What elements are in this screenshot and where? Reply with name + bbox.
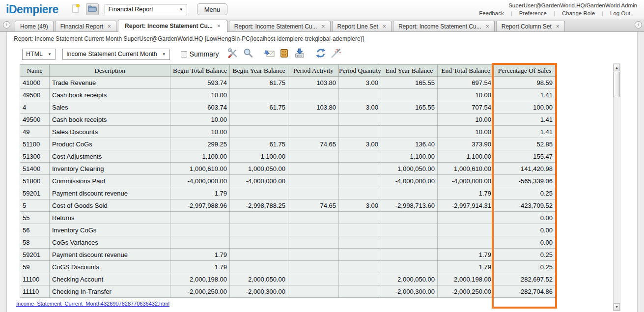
export-icon — [294, 48, 305, 60]
west-collapsed-panel[interactable] — [0, 32, 7, 312]
cell-value: 10.00 — [438, 89, 494, 101]
tab-financial-report[interactable]: Financial Report× — [55, 21, 116, 31]
scrollbar-thumb[interactable] — [614, 72, 620, 97]
collapse-east-panel-button[interactable]: ‹ — [635, 21, 642, 28]
cell-value: 0.25 — [494, 187, 556, 199]
cell-value: 373.90 — [438, 138, 494, 150]
table-row[interactable]: 51800Commissions Paid-4,000,000.00-4,000… — [20, 175, 556, 187]
tab-report-income-statement-cu[interactable]: Report: Income Statement Cu...× — [118, 20, 227, 32]
table-row[interactable]: 51100Product CoGs299.2561.7574.653.00136… — [20, 138, 556, 150]
expand-west-panel-button[interactable]: › — [3, 21, 10, 28]
send-mail-button[interactable] — [263, 48, 275, 60]
tab-report-income-statement-cu[interactable]: Report: Income Statement Cu...× — [393, 21, 495, 31]
column-header: Begin Year Balance — [230, 65, 288, 77]
feedback-link[interactable]: Feedback — [472, 10, 511, 16]
table-row[interactable]: 49Sales Discounts10.0010.001.41 — [20, 126, 556, 138]
change-role-link[interactable]: Change Role — [555, 10, 602, 16]
table-row[interactable]: 59201Payment discount revenue1.791.790.2… — [20, 187, 556, 199]
cell-value: 3.00 — [339, 101, 381, 113]
archive-button[interactable] — [279, 48, 290, 60]
customize-button[interactable] — [227, 48, 239, 60]
cell-description: Commissions Paid — [50, 175, 170, 187]
cell-value: 2,000,198.00 — [170, 273, 230, 285]
tab-close-icon[interactable]: × — [383, 23, 386, 30]
vertical-scrollbar[interactable]: ▲ ▼ — [613, 63, 620, 311]
column-header: End Year Balance — [381, 65, 438, 77]
cell-value — [288, 126, 339, 138]
cell-value — [288, 150, 339, 163]
tab-bar: › Home (49)Financial Report×Report: Inco… — [0, 19, 644, 32]
export-button[interactable] — [294, 48, 306, 60]
tab-strip: Home (49)Financial Report×Report: Income… — [15, 19, 634, 31]
table-row[interactable]: 11110Checking In-Transfer-2,000,250.00-2… — [20, 285, 556, 298]
cell-value: 1,000,050.00 — [381, 163, 438, 175]
cell-name: 11110 — [20, 285, 50, 298]
cell-value: 1.41 — [494, 113, 556, 126]
new-record-button[interactable] — [69, 3, 82, 15]
table-row[interactable]: 5Cost of Goods Sold-2,997,988.96-2,998,7… — [20, 199, 556, 212]
cell-value: -423,709.52 — [494, 199, 556, 212]
column-header: Description — [50, 65, 170, 77]
format-select[interactable]: HTML ▼ — [22, 49, 56, 60]
send-mail-icon — [263, 49, 275, 60]
cell-value: 299.25 — [170, 138, 230, 150]
tab-close-icon[interactable]: × — [556, 23, 560, 30]
cell-value: 165.55 — [381, 77, 438, 89]
report-table-body: 41000Trade Revenue593.7461.75103.803.001… — [20, 77, 556, 298]
cell-value: 136.40 — [381, 138, 438, 150]
table-row[interactable]: 58CoGs Variances0.00 — [20, 236, 556, 249]
report-table: NameDescriptionBegin Total BalanceBegin … — [20, 64, 556, 298]
table-row[interactable]: 11100Checking Account2,000,198.002,000,0… — [20, 273, 556, 285]
cell-value: 1.79 — [438, 249, 494, 261]
tab-report-line-set[interactable]: Report Line Set× — [332, 21, 392, 31]
cell-value: 10.00 — [438, 113, 494, 126]
east-collapsed-panel[interactable] — [637, 32, 644, 312]
cell-value: 1,000,610.00 — [170, 163, 230, 175]
cell-description: CoGS Discounts — [50, 261, 170, 273]
cell-value — [288, 113, 339, 126]
cell-name: 49500 — [20, 113, 50, 126]
report-wizard-button[interactable] — [330, 48, 342, 60]
cell-value — [381, 212, 438, 224]
cell-name: 59201 — [20, 249, 50, 261]
report-file-link[interactable]: Income_Statement_Current_Month4326907828… — [16, 301, 169, 307]
tab-close-icon[interactable]: × — [217, 23, 221, 29]
cell-value — [230, 89, 288, 101]
refresh-button[interactable] — [315, 48, 327, 60]
report-select[interactable]: Income Statement Current Month ▼ — [62, 49, 170, 60]
table-row[interactable]: 51300Cost Adjustments1,100.001,100.001,1… — [20, 150, 556, 163]
preference-link[interactable]: Preference — [512, 10, 554, 16]
table-row[interactable]: 59CoGS Discounts1.791.790.25 — [20, 261, 556, 273]
tab-home-49[interactable]: Home (49) — [15, 21, 54, 31]
cell-value: 1.79 — [438, 261, 494, 273]
tab-close-icon[interactable]: × — [322, 23, 325, 30]
table-row[interactable]: 4Sales603.7461.75103.803.00165.55707.541… — [20, 101, 556, 113]
cell-value: 1,000,050.00 — [230, 163, 288, 175]
find-button[interactable] — [242, 48, 254, 60]
cell-value — [381, 187, 438, 199]
table-row[interactable]: 49500Cash book receipts10.0010.001.41 — [20, 89, 556, 101]
scroll-down-icon[interactable]: ▼ — [614, 303, 620, 311]
table-row[interactable]: 51400Inventory Clearing1,000,610.001,000… — [20, 163, 556, 175]
cell-value: 10.00 — [170, 89, 230, 101]
table-row[interactable]: 49500Cash book receipts10.0010.001.41 — [20, 113, 556, 126]
tab-report-column-set[interactable]: Report Column Set× — [496, 21, 565, 31]
menu-button[interactable]: Menu — [197, 3, 228, 15]
cell-value: 697.54 — [438, 77, 494, 89]
tab-close-icon[interactable]: × — [108, 23, 111, 30]
cell-value: 1.79 — [170, 249, 230, 261]
summary-checkbox[interactable] — [181, 51, 187, 57]
window-select-value: Financial Report — [109, 6, 153, 13]
scroll-up-icon[interactable]: ▲ — [614, 64, 620, 71]
window-select[interactable]: Financial Report ▼ — [105, 4, 187, 15]
open-window-button[interactable] — [86, 3, 99, 15]
table-row[interactable]: 41000Trade Revenue593.7461.75103.803.001… — [20, 77, 556, 89]
cell-value: 2,000,050.00 — [381, 273, 438, 285]
tab-close-icon[interactable]: × — [486, 23, 489, 30]
tab-report-income-statement-cu[interactable]: Report: Income Statement Cu...× — [229, 21, 331, 31]
table-row[interactable]: 55Returns0.00 — [20, 212, 556, 224]
cell-value — [230, 212, 288, 224]
table-row[interactable]: 56Inventory CoGs0.00 — [20, 224, 556, 236]
log-out-link[interactable]: Log Out — [603, 10, 637, 16]
table-row[interactable]: 59201Payment discount revenue1.791.790.2… — [20, 249, 556, 261]
